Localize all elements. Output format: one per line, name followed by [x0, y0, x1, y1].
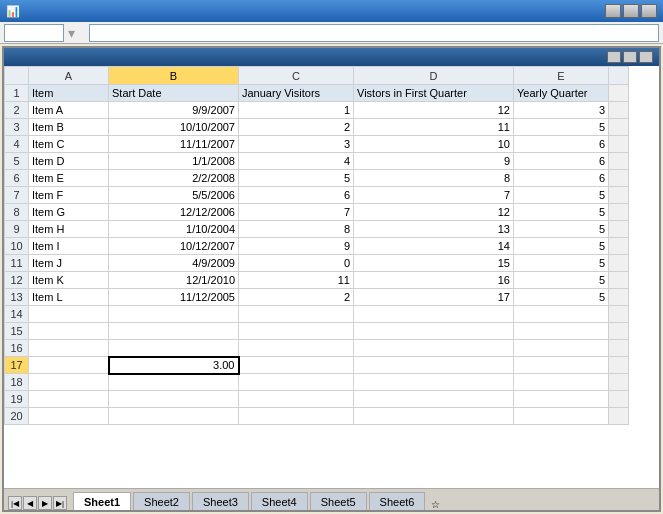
cell-B2[interactable]: 9/9/2007	[109, 102, 239, 119]
cell-C5[interactable]: 4	[239, 153, 354, 170]
col-header-C[interactable]: C	[239, 67, 354, 85]
tab-last[interactable]: ▶|	[53, 496, 67, 510]
cell-E3[interactable]: 5	[514, 119, 609, 136]
cell-C9[interactable]: 8	[239, 221, 354, 238]
cell-D5[interactable]: 9	[354, 153, 514, 170]
cell-E10[interactable]: 5	[514, 238, 609, 255]
cell-C17[interactable]	[239, 357, 354, 374]
cell-C14[interactable]	[239, 306, 354, 323]
cell-A4[interactable]: Item C	[29, 136, 109, 153]
cell-A16[interactable]	[29, 340, 109, 357]
cell-A10[interactable]: Item I	[29, 238, 109, 255]
col-header-E[interactable]: E	[514, 67, 609, 85]
cell-B10[interactable]: 10/12/2007	[109, 238, 239, 255]
cell-D16[interactable]	[354, 340, 514, 357]
cell-D20[interactable]	[354, 408, 514, 425]
cell-C20[interactable]	[239, 408, 354, 425]
cell-D14[interactable]	[354, 306, 514, 323]
cell-A8[interactable]: Item G	[29, 204, 109, 221]
cell-D11[interactable]: 15	[354, 255, 514, 272]
cell-B12[interactable]: 12/1/2010	[109, 272, 239, 289]
cell-A18[interactable]	[29, 374, 109, 391]
cell-A3[interactable]: Item B	[29, 119, 109, 136]
cell-B8[interactable]: 12/12/2006	[109, 204, 239, 221]
grid-scroll[interactable]: A B C D E 1ItemStart DateJanuary Visitor…	[4, 66, 659, 488]
wb-restore[interactable]	[623, 51, 637, 63]
cell-C11[interactable]: 0	[239, 255, 354, 272]
cell-E5[interactable]: 6	[514, 153, 609, 170]
cell-E19[interactable]	[514, 391, 609, 408]
wb-close[interactable]	[639, 51, 653, 63]
col-header-A[interactable]: A	[29, 67, 109, 85]
cell-A11[interactable]: Item J	[29, 255, 109, 272]
cell-D3[interactable]: 11	[354, 119, 514, 136]
cell-C8[interactable]: 7	[239, 204, 354, 221]
cell-C19[interactable]	[239, 391, 354, 408]
cell-D1[interactable]: Vistors in First Quarter	[354, 85, 514, 102]
cell-E8[interactable]: 5	[514, 204, 609, 221]
cell-E6[interactable]: 6	[514, 170, 609, 187]
cell-D7[interactable]: 7	[354, 187, 514, 204]
cell-E17[interactable]	[514, 357, 609, 374]
cell-B4[interactable]: 11/11/2007	[109, 136, 239, 153]
sheet-tab-sheet1[interactable]: Sheet1	[73, 492, 131, 510]
cell-D9[interactable]: 13	[354, 221, 514, 238]
cell-C13[interactable]: 2	[239, 289, 354, 306]
cell-E13[interactable]: 5	[514, 289, 609, 306]
cell-D19[interactable]	[354, 391, 514, 408]
cell-D12[interactable]: 16	[354, 272, 514, 289]
tab-first[interactable]: |◀	[8, 496, 22, 510]
cell-E2[interactable]: 3	[514, 102, 609, 119]
cell-D8[interactable]: 12	[354, 204, 514, 221]
cell-D15[interactable]	[354, 323, 514, 340]
cell-B19[interactable]	[109, 391, 239, 408]
cell-E1[interactable]: Yearly Quarter	[514, 85, 609, 102]
cell-B7[interactable]: 5/5/2006	[109, 187, 239, 204]
cell-C2[interactable]: 1	[239, 102, 354, 119]
cell-B5[interactable]: 1/1/2008	[109, 153, 239, 170]
formula-input[interactable]	[89, 24, 659, 42]
cell-E14[interactable]	[514, 306, 609, 323]
cell-C7[interactable]: 6	[239, 187, 354, 204]
cell-D4[interactable]: 10	[354, 136, 514, 153]
cell-B11[interactable]: 4/9/2009	[109, 255, 239, 272]
cell-B15[interactable]	[109, 323, 239, 340]
cell-E15[interactable]	[514, 323, 609, 340]
cell-E12[interactable]: 5	[514, 272, 609, 289]
cell-A19[interactable]	[29, 391, 109, 408]
cell-E20[interactable]	[514, 408, 609, 425]
cell-B16[interactable]	[109, 340, 239, 357]
cell-A15[interactable]	[29, 323, 109, 340]
name-box[interactable]	[4, 24, 64, 42]
cell-A9[interactable]: Item H	[29, 221, 109, 238]
cell-B6[interactable]: 2/2/2008	[109, 170, 239, 187]
cell-E4[interactable]: 6	[514, 136, 609, 153]
col-header-D[interactable]: D	[354, 67, 514, 85]
tab-prev[interactable]: ◀	[23, 496, 37, 510]
cell-A14[interactable]	[29, 306, 109, 323]
cell-A1[interactable]: Item	[29, 85, 109, 102]
col-header-B[interactable]: B	[109, 67, 239, 85]
cell-C18[interactable]	[239, 374, 354, 391]
new-sheet-icon[interactable]: ☆	[431, 499, 440, 510]
minimize-button[interactable]	[605, 4, 621, 18]
cell-D18[interactable]	[354, 374, 514, 391]
cell-C3[interactable]: 2	[239, 119, 354, 136]
cell-A20[interactable]	[29, 408, 109, 425]
cell-C16[interactable]	[239, 340, 354, 357]
cell-E9[interactable]: 5	[514, 221, 609, 238]
cell-D2[interactable]: 12	[354, 102, 514, 119]
cell-D6[interactable]: 8	[354, 170, 514, 187]
cell-A5[interactable]: Item D	[29, 153, 109, 170]
cell-C12[interactable]: 11	[239, 272, 354, 289]
tab-next[interactable]: ▶	[38, 496, 52, 510]
cell-B1[interactable]: Start Date	[109, 85, 239, 102]
cell-A13[interactable]: Item L	[29, 289, 109, 306]
cell-E18[interactable]	[514, 374, 609, 391]
cell-A6[interactable]: Item E	[29, 170, 109, 187]
cell-B3[interactable]: 10/10/2007	[109, 119, 239, 136]
sheet-tab-sheet3[interactable]: Sheet3	[192, 492, 249, 510]
cell-A2[interactable]: Item A	[29, 102, 109, 119]
cell-C6[interactable]: 5	[239, 170, 354, 187]
sheet-tab-sheet4[interactable]: Sheet4	[251, 492, 308, 510]
